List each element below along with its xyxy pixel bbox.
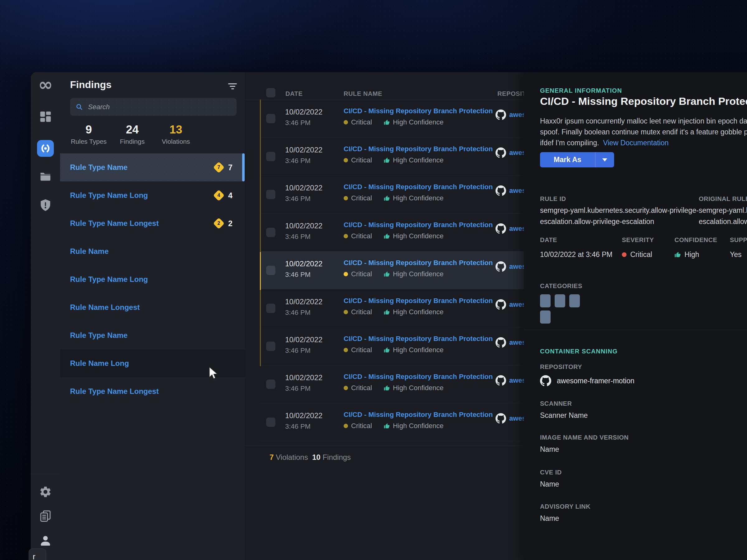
severity-dot-icon bbox=[622, 252, 626, 257]
category-chip[interactable] bbox=[569, 294, 580, 308]
finding-rule-link[interactable]: CI/CD - Missing Repository Branch Protec… bbox=[344, 297, 493, 305]
sidebar-item-dashboard[interactable] bbox=[39, 110, 52, 123]
finding-rule-link[interactable]: CI/CD - Missing Repository Branch Protec… bbox=[344, 411, 493, 419]
category-chips-row bbox=[540, 294, 580, 308]
list-scrollbar-thumb[interactable] bbox=[242, 153, 244, 181]
finding-rule-link[interactable]: CI/CD - Missing Repository Branch Protec… bbox=[344, 259, 493, 267]
rule-type-list-item[interactable]: Rule Type Name Longest bbox=[60, 377, 244, 405]
confidence-label: High Confidence bbox=[393, 308, 443, 316]
page-title: Findings bbox=[70, 79, 111, 90]
finding-rule-link[interactable]: CI/CD - Missing Repository Branch Protec… bbox=[344, 145, 493, 153]
row-checkbox[interactable] bbox=[266, 342, 276, 351]
rule-type-label: Rule Name Long bbox=[70, 359, 129, 367]
violations-group-indicator bbox=[260, 100, 261, 366]
finding-rule-link[interactable]: CI/CD - Missing Repository Branch Protec… bbox=[344, 221, 493, 229]
finding-rule-link[interactable]: CI/CD - Missing Repository Branch Protec… bbox=[344, 107, 493, 115]
severity-dot-icon bbox=[344, 310, 348, 314]
sidebar-item-findings-active[interactable] bbox=[37, 140, 54, 157]
row-checkbox[interactable] bbox=[266, 304, 276, 313]
categories-label: CATEGORIES bbox=[540, 283, 582, 290]
thumbs-up-icon bbox=[384, 309, 390, 315]
finding-date: 10/02/2022 bbox=[285, 336, 323, 344]
rule-type-list-item[interactable]: Rule Type Name Long bbox=[60, 265, 244, 293]
github-icon bbox=[495, 185, 506, 196]
mark-as-label: Mark As bbox=[540, 156, 595, 164]
mark-as-button[interactable]: Mark As bbox=[540, 152, 614, 167]
confidence-label: High Confidence bbox=[393, 384, 443, 392]
row-checkbox[interactable] bbox=[266, 114, 276, 123]
rule-type-list-item[interactable]: Rule Type Name bbox=[60, 321, 244, 349]
severity-label: Critical bbox=[351, 384, 372, 392]
rule-type-label: Rule Name bbox=[70, 247, 109, 256]
sidebar-item-projects[interactable] bbox=[39, 170, 52, 182]
repository-name[interactable]: awesome-framer-motion bbox=[557, 377, 634, 385]
finding-rule-link[interactable]: CI/CD - Missing Repository Branch Protec… bbox=[344, 183, 493, 191]
search-icon bbox=[76, 103, 83, 111]
severity-label: Critical bbox=[351, 232, 372, 240]
findings-pulse-icon bbox=[40, 143, 51, 154]
finding-date: 10/02/2022 bbox=[285, 145, 323, 154]
row-checkbox[interactable] bbox=[266, 379, 276, 389]
rule-type-list-item[interactable]: Rule Name bbox=[60, 237, 244, 265]
tooltip-text: r bbox=[33, 552, 35, 560]
row-checkbox[interactable] bbox=[266, 266, 276, 275]
github-icon bbox=[495, 223, 506, 234]
finding-meta: Critical High Confidence bbox=[344, 308, 443, 316]
row-checkbox[interactable] bbox=[266, 190, 276, 199]
thumbs-up-icon bbox=[384, 385, 390, 391]
severity-dot-icon bbox=[344, 158, 348, 162]
rule-type-list-item[interactable]: Rule Type Name Longest 2 2 bbox=[60, 209, 244, 237]
infinity-logo-icon: ∞ bbox=[38, 76, 53, 93]
finding-rule-link[interactable]: CI/CD - Missing Repository Branch Protec… bbox=[344, 335, 493, 343]
view-documentation-link[interactable]: View Documentation bbox=[603, 139, 669, 147]
rule-id-label: RULE ID bbox=[540, 195, 566, 203]
row-checkbox[interactable] bbox=[266, 228, 276, 237]
rule-type-list-item[interactable]: Rule Type Name 7 7 bbox=[60, 153, 244, 181]
finding-title: CI/CD - Missing Repository Branch Protec… bbox=[540, 95, 747, 107]
rule-type-list-item[interactable]: Rule Name Longest bbox=[60, 293, 244, 321]
sidebar-item-settings[interactable] bbox=[39, 485, 52, 499]
github-icon bbox=[495, 337, 506, 348]
search-box[interactable] bbox=[70, 98, 236, 116]
sidebar-item-account[interactable] bbox=[39, 534, 52, 547]
confidence-label: High Confidence bbox=[393, 194, 443, 202]
finding-date: 10/02/2022 bbox=[285, 373, 323, 382]
category-chip[interactable] bbox=[540, 311, 550, 324]
severity-dot-icon bbox=[344, 386, 348, 390]
sidebar-item-documents[interactable] bbox=[39, 510, 52, 522]
finding-meta: Critical High Confidence bbox=[344, 156, 443, 164]
search-input[interactable] bbox=[87, 103, 231, 111]
row-checkbox[interactable] bbox=[266, 418, 276, 427]
violation-count: 7 bbox=[228, 153, 232, 181]
violation-count: 2 bbox=[228, 209, 232, 237]
severity-dot-icon bbox=[344, 234, 348, 238]
category-chip[interactable] bbox=[540, 294, 550, 308]
meta-suppressed-value: Yes bbox=[730, 250, 747, 259]
finding-date: 10/02/2022 bbox=[285, 260, 323, 268]
filter-icon[interactable] bbox=[228, 83, 237, 90]
documents-icon bbox=[39, 510, 52, 522]
thumbs-up-icon bbox=[384, 157, 390, 163]
meta-date: DATE 10/02/2022 at 3:46 PM bbox=[540, 236, 613, 259]
confidence-label: High Confidence bbox=[393, 270, 443, 278]
severity-label: Critical bbox=[351, 308, 372, 316]
shield-alert-icon bbox=[39, 198, 52, 212]
meta-severity-value: Critical bbox=[630, 250, 652, 259]
github-icon bbox=[495, 261, 506, 272]
category-chip[interactable] bbox=[555, 294, 565, 308]
severity-label: Critical bbox=[351, 194, 372, 202]
sidebar-item-security[interactable] bbox=[39, 198, 52, 212]
person-icon bbox=[39, 534, 52, 547]
app-window: ∞ bbox=[31, 72, 747, 560]
finding-rule-link[interactable]: CI/CD - Missing Repository Branch Protec… bbox=[344, 373, 493, 381]
rule-type-list-item[interactable]: Rule Type Name Long 4 4 bbox=[60, 181, 244, 209]
advisory-value: Name bbox=[540, 514, 559, 523]
severity-label: Critical bbox=[351, 346, 372, 354]
row-checkbox[interactable] bbox=[266, 152, 276, 161]
severity-dot-icon bbox=[344, 348, 348, 352]
select-all-checkbox[interactable] bbox=[266, 88, 276, 97]
rule-type-label: Rule Name Longest bbox=[70, 303, 140, 312]
violation-warning-icon: 4 bbox=[213, 190, 225, 201]
chevron-down-icon[interactable] bbox=[595, 158, 614, 161]
meta-severity: SEVERITY Critical bbox=[622, 236, 654, 259]
